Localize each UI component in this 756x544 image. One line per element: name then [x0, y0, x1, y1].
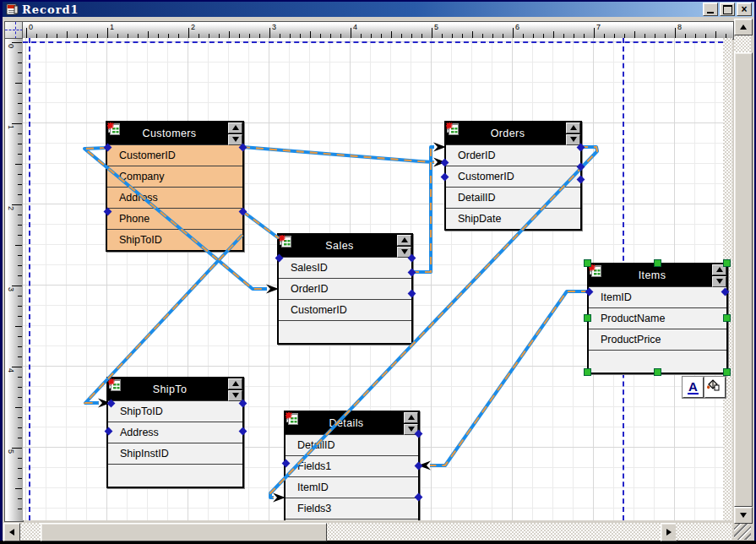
- field-label: Address: [119, 192, 158, 204]
- selection-handle[interactable]: [584, 368, 591, 376]
- table-orders[interactable]: OrdersOrderIDCustomerIDDetailIDShipDate: [444, 121, 582, 231]
- relationship-items-itemid-details-fields1[interactable]: [418, 291, 589, 471]
- ruler-tick: [18, 103, 22, 104]
- field-row-fields3[interactable]: Fields3: [286, 498, 418, 519]
- table-customers[interactable]: CustomersCustomerIDCompanyAddressPhoneSh…: [106, 121, 244, 252]
- field-scroll-down-button[interactable]: [566, 134, 580, 145]
- up-triangle-icon: [401, 237, 408, 242]
- ruler-tick: [18, 93, 22, 94]
- field-row-shipdate[interactable]: ShipDate: [446, 208, 580, 229]
- relationship-customers-customerid-orders-customerid[interactable]: [242, 147, 446, 167]
- field-row-productname[interactable]: ProductName: [589, 307, 726, 329]
- field-row-itemid[interactable]: ItemID: [286, 476, 418, 498]
- ruler-tick: [18, 438, 22, 438]
- field-row-address[interactable]: Address: [107, 187, 242, 208]
- selection-handle[interactable]: [654, 259, 661, 267]
- field-scroll-up-button[interactable]: [404, 412, 418, 423]
- ruler-number: 3: [272, 23, 276, 31]
- scroll-left-button[interactable]: [3, 523, 20, 541]
- vertical-scrollbar-thumb[interactable]: [734, 52, 753, 507]
- up-triangle-icon: [232, 381, 239, 386]
- title-bar[interactable]: Record1 ×: [3, 2, 753, 17]
- design-canvas[interactable]: CustomersCustomerIDCompanyAddressPhoneSh…: [23, 38, 732, 520]
- field-row-detailid[interactable]: DetailID: [446, 187, 580, 208]
- table-sales[interactable]: SalesSalesIDOrderIDCustomerID: [277, 233, 413, 345]
- down-triangle-icon: [232, 393, 239, 398]
- ruler-tick: [18, 133, 22, 134]
- field-row-company[interactable]: Company: [107, 166, 242, 187]
- table-header-customers[interactable]: Customers: [107, 122, 242, 144]
- font-color-button[interactable]: A: [683, 377, 704, 398]
- ruler-tick: [12, 367, 22, 367]
- field-row-orderid[interactable]: OrderID: [279, 278, 411, 299]
- ruler-tick: [351, 28, 351, 38]
- table-header-details[interactable]: Details: [286, 412, 418, 434]
- page-margin-left: [29, 38, 30, 520]
- ruler-tick: [18, 225, 22, 226]
- field-row-productprice[interactable]: ProductPrice: [589, 329, 726, 350]
- field-scroll-up-button[interactable]: [397, 235, 411, 246]
- field-label: SalesID: [291, 262, 328, 274]
- close-button[interactable]: ×: [737, 3, 752, 16]
- table-header-sales[interactable]: Sales: [279, 235, 411, 257]
- scrollbar-filler: [676, 523, 732, 540]
- selection-handle[interactable]: [584, 259, 591, 267]
- scroll-down-button[interactable]: [734, 507, 753, 524]
- table-header-items[interactable]: Items: [589, 264, 726, 286]
- selection-handle[interactable]: [723, 259, 731, 267]
- field-row-address[interactable]: Address: [108, 422, 242, 443]
- minimize-button[interactable]: [703, 3, 718, 16]
- field-row-detailid[interactable]: DetailID: [286, 434, 418, 455]
- field-scroll-up-button[interactable]: [228, 122, 242, 133]
- field-scroll-down-button[interactable]: [712, 276, 726, 287]
- table-name: Orders: [449, 128, 566, 139]
- field-label: ItemID: [297, 481, 329, 493]
- field-scroll-up-button[interactable]: [566, 122, 580, 133]
- up-triangle-icon: [408, 415, 415, 420]
- paint-bucket-button[interactable]: [704, 377, 726, 398]
- maximize-button[interactable]: [720, 3, 735, 16]
- table-header-orders[interactable]: Orders: [446, 122, 580, 144]
- table-scroll-buttons: [228, 122, 242, 145]
- selection-handle[interactable]: [584, 314, 591, 322]
- table-items[interactable]: ItemsItemIDProductNameProductPrice: [587, 263, 728, 374]
- selection-handle[interactable]: [654, 368, 661, 376]
- field-row-orderid[interactable]: OrderID: [286, 519, 418, 520]
- table-details[interactable]: DetailsDetailIDFields1ItemIDFields3Order…: [284, 411, 420, 520]
- field-row-customerid[interactable]: CustomerID: [279, 299, 411, 320]
- ruler-tick: [715, 31, 716, 38]
- field-row-salesid[interactable]: SalesID: [279, 257, 411, 278]
- field-row-customerid[interactable]: CustomerID: [446, 166, 580, 187]
- scroll-right-button[interactable]: [661, 523, 677, 541]
- table-shipto[interactable]: ShipToShipToIDAddressShipInstID: [106, 377, 244, 488]
- ruler-tick: [15, 245, 22, 246]
- field-row-shiptoid[interactable]: ShipToID: [107, 229, 242, 250]
- field-scroll-up-button[interactable]: [228, 378, 242, 389]
- field-label: DetailID: [458, 192, 495, 204]
- field-row-phone[interactable]: Phone: [107, 208, 242, 229]
- horizontal-scrollbar-thumb[interactable]: [41, 523, 327, 541]
- ruler-tick: [269, 28, 270, 38]
- resize-grip[interactable]: [734, 524, 751, 540]
- field-row-shipinstid[interactable]: ShipInstID: [108, 443, 242, 464]
- document-icon: [5, 3, 19, 15]
- field-row-orderid[interactable]: OrderID: [446, 144, 580, 166]
- field-label: Fields3: [297, 503, 331, 514]
- window-border-left: [0, 0, 3, 544]
- selection-handle[interactable]: [723, 314, 731, 322]
- selection-handle[interactable]: [723, 368, 731, 376]
- field-row-shiptoid[interactable]: ShipToID: [108, 400, 242, 422]
- field-row-fields1[interactable]: Fields1: [286, 455, 418, 476]
- field-scroll-down-button[interactable]: [228, 134, 242, 145]
- ruler-number: 4: [353, 23, 357, 31]
- scroll-up-button[interactable]: [734, 19, 753, 35]
- relationship-customers-phone-sales[interactable]: [242, 211, 279, 238]
- field-scroll-down-button[interactable]: [228, 390, 242, 401]
- up-triangle-icon: [570, 125, 577, 130]
- table-header-shipto[interactable]: ShipTo: [108, 378, 242, 400]
- ruler-tick: [18, 194, 22, 195]
- field-row-customerid[interactable]: CustomerID: [107, 144, 242, 166]
- field-row-itemid[interactable]: ItemID: [589, 286, 726, 307]
- ruler-tick: [18, 336, 22, 337]
- ruler-tick: [15, 83, 22, 84]
